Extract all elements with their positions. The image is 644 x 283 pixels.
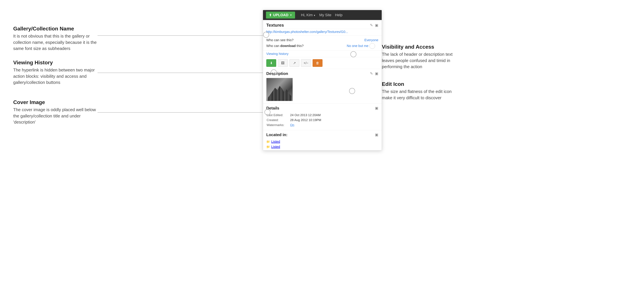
located-link-2[interactable]: Listed <box>271 145 280 149</box>
last-edited-row: Last Edited: 24 Oct 2013 12:20AM <box>267 113 378 117</box>
viewing-history-annotation: Viewing History The hyperlink is hidden … <box>13 60 99 86</box>
see-value: Everyone <box>364 38 378 42</box>
add-action-button[interactable]: +/− <box>301 59 311 67</box>
visibility-callout <box>350 51 356 57</box>
description-section: Description ✎ ▣ <box>263 69 382 104</box>
my-site-link[interactable]: My Site <box>319 13 331 17</box>
upload-label: UPLOAD <box>273 13 288 17</box>
panel-body: Textures ✎ ▣ http://kimburgas.photoshelt… <box>263 20 382 150</box>
cover-image-callout <box>264 109 270 115</box>
viewing-history-annotation-body: The hyperlink is hidden between two majo… <box>13 67 99 86</box>
watermarks-value-link[interactable]: On <box>290 123 294 127</box>
download-action-button[interactable]: ⬇ <box>266 59 276 67</box>
visibility-see-row: Who can see this? Everyone <box>266 37 378 43</box>
edit-description-button[interactable]: ✎ <box>370 72 373 76</box>
description-section-header: Description ✎ ▣ <box>266 71 378 76</box>
download-bold: download <box>280 44 296 48</box>
viewing-history-row: Viewing history <box>263 51 382 57</box>
gallery-name-annotation: Gallery/Collection Name It is not obviou… <box>13 26 99 52</box>
download-value: No one but me <box>347 44 368 48</box>
collapse-gallery-name-button[interactable]: ▣ <box>375 23 378 28</box>
upload-dropdown-icon: ▼ <box>290 14 292 16</box>
located-item-1: 📁 Listed <box>266 139 378 144</box>
located-section: Located in: ▣ 📁 Listed 📁 Listed <box>263 130 382 150</box>
visibility-download-row: Who can download this? No one but me <box>266 43 378 49</box>
gallery-name-callout <box>263 32 269 38</box>
last-edited-value: 24 Oct 2013 12:20AM <box>290 113 378 117</box>
description-icons: ✎ ▣ <box>370 72 378 76</box>
located-title: Located in: <box>266 132 288 137</box>
created-label: Created: <box>267 118 290 122</box>
see-label: Who can see this? <box>266 38 294 42</box>
edit-icon-callout <box>349 88 355 94</box>
description-title: Description <box>266 71 288 76</box>
details-icons: ▣ <box>375 106 378 110</box>
toggle-circle[interactable] <box>370 43 375 49</box>
collapse-located-button[interactable]: ▣ <box>375 133 378 137</box>
edit-icon-annotation-title: Edit Icon <box>382 81 461 87</box>
download-label-text: Who can download this? <box>266 44 304 48</box>
collapse-description-button[interactable]: ▣ <box>375 72 378 76</box>
navbar: ⬆ UPLOAD ▼ Hi, Kim My Site Help <box>263 10 382 20</box>
located-icons: ▣ <box>375 133 378 137</box>
gallery-name-row: Textures ✎ ▣ <box>263 20 382 29</box>
visibility-access-annotation: Visibility and Access The lack of header… <box>382 44 461 70</box>
edit-gallery-name-button[interactable]: ✎ <box>370 23 373 28</box>
gallery-name: Textures <box>266 23 284 28</box>
gallery-name-icons: ✎ ▣ <box>370 23 378 28</box>
folder-icon-1: 📁 <box>266 140 270 144</box>
viewing-history-callout <box>271 70 277 75</box>
gallery-name-annotation-title: Gallery/Collection Name <box>13 26 99 32</box>
details-table: Last Edited: 24 Oct 2013 12:20AM Created… <box>266 112 378 128</box>
cover-image-inner <box>266 78 292 101</box>
visibility-access-annotation-title: Visibility and Access <box>382 44 461 50</box>
edit-icon-annotation: Edit Icon The size and flatness of the e… <box>382 81 461 101</box>
details-section-header: Details ▣ <box>266 106 378 111</box>
hi-kim-link[interactable]: Hi, Kim <box>301 13 316 17</box>
collapse-details-button[interactable]: ▣ <box>375 106 378 110</box>
app-window: ⬆ UPLOAD ▼ Hi, Kim My Site Help Textures… <box>263 10 382 151</box>
located-item-2: 📁 Listed <box>266 144 378 149</box>
upload-button[interactable]: ⬆ UPLOAD ▼ <box>266 12 295 19</box>
cover-image-annotation-body: The cover image is oddly placed well bel… <box>13 107 99 125</box>
watermarks-row: Watermarks: On <box>267 123 378 127</box>
action-buttons-row: ⬇ 🖼 ↗ +/− 🗑 <box>263 57 382 69</box>
upload-icon: ⬆ <box>269 13 272 17</box>
created-row: Created: 28 Aug 2012 10:19PM <box>267 118 378 122</box>
viewing-history-link[interactable]: Viewing history <box>266 52 288 56</box>
share-action-button[interactable]: ↗ <box>290 59 299 67</box>
created-value: 28 Aug 2012 10:19PM <box>290 118 378 122</box>
navbar-links: Hi, Kim My Site Help <box>301 13 342 17</box>
gallery-url-link[interactable]: http://kimburgas.photoshelter.com/galler… <box>266 30 348 34</box>
delete-action-button[interactable]: 🗑 <box>312 59 322 67</box>
visibility-access-annotation-body: The lack of header or description text l… <box>382 51 461 70</box>
cover-image-annotation: Cover Image The cover image is oddly pla… <box>13 99 99 125</box>
cover-image-annotation-title: Cover Image <box>13 99 99 105</box>
url-row: http://kimburgas.photoshelter.com/galler… <box>263 29 382 36</box>
located-section-header: Located in: ▣ <box>266 132 378 137</box>
cover-image-thumbnail <box>266 78 293 101</box>
details-section: Details ▣ Last Edited: 24 Oct 2013 12:20… <box>263 104 382 130</box>
help-link[interactable]: Help <box>335 13 342 17</box>
viewing-history-annotation-title: Viewing History <box>13 60 99 66</box>
gallery-name-annotation-body: It is not obvious that this is the galle… <box>13 33 99 52</box>
edit-icon-annotation-body: The size and flatness of the edit icon m… <box>382 89 461 101</box>
visibility-section: Who can see this? Everyone Who can downl… <box>263 36 382 51</box>
located-link-1[interactable]: Listed <box>271 140 280 144</box>
photo-action-button[interactable]: 🖼 <box>278 59 288 67</box>
folder-icon-2: 📁 <box>266 145 270 149</box>
watermarks-label: Watermarks: <box>267 123 290 127</box>
